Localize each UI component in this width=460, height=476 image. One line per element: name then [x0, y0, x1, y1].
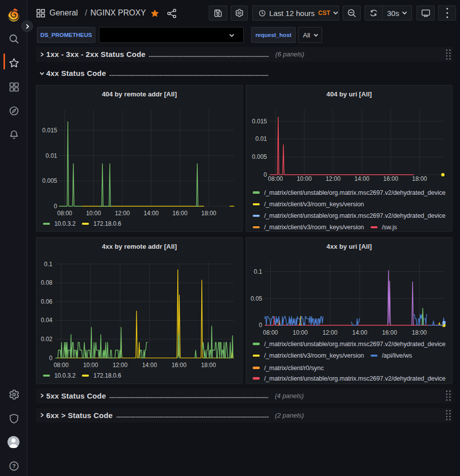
svg-text:0.015: 0.015 — [42, 127, 57, 134]
svg-text:08:00: 08:00 — [57, 210, 72, 217]
svg-text:12:00: 12:00 — [115, 210, 130, 217]
svg-text:16:00: 16:00 — [383, 175, 398, 182]
svg-text:12:00: 12:00 — [323, 329, 338, 336]
svg-text:10:00: 10:00 — [297, 175, 312, 182]
svg-text:?: ? — [12, 463, 16, 469]
svg-text:0: 0 — [259, 322, 262, 329]
svg-text:0.005: 0.005 — [42, 177, 57, 184]
svg-text:0.015: 0.015 — [252, 118, 267, 125]
svg-text:0.02: 0.02 — [41, 336, 53, 343]
svg-text:18:00: 18:00 — [201, 210, 216, 217]
svg-text:0.01: 0.01 — [45, 152, 57, 159]
svg-text:10:00: 10:00 — [86, 210, 101, 217]
svg-text:14:00: 14:00 — [142, 362, 157, 369]
svg-text:14:00: 14:00 — [355, 175, 370, 182]
svg-text:14:00: 14:00 — [144, 210, 159, 217]
svg-text:14:00: 14:00 — [352, 329, 367, 336]
svg-text:0: 0 — [49, 355, 52, 362]
svg-text:0: 0 — [264, 171, 267, 178]
svg-text:08:00: 08:00 — [53, 362, 68, 369]
svg-text:16:00: 16:00 — [171, 362, 186, 369]
svg-text:0.01: 0.01 — [255, 135, 267, 142]
svg-text:0.1: 0.1 — [44, 261, 52, 268]
svg-text:10:00: 10:00 — [293, 329, 308, 336]
svg-text:0.08: 0.08 — [41, 279, 53, 286]
svg-text:18:00: 18:00 — [412, 329, 427, 336]
svg-text:18:00: 18:00 — [412, 175, 427, 182]
svg-text:0.005: 0.005 — [252, 153, 267, 160]
svg-text:12:00: 12:00 — [112, 362, 127, 369]
svg-text:18:00: 18:00 — [201, 362, 216, 369]
svg-text:16:00: 16:00 — [172, 210, 187, 217]
svg-text:08:00: 08:00 — [268, 175, 283, 182]
svg-text:12:00: 12:00 — [326, 175, 341, 182]
svg-text:0.04: 0.04 — [41, 317, 53, 324]
svg-text:0.05: 0.05 — [251, 295, 263, 302]
svg-text:10:00: 10:00 — [83, 362, 98, 369]
svg-text:0.06: 0.06 — [41, 298, 53, 305]
svg-text:08:00: 08:00 — [263, 329, 278, 336]
svg-text:16:00: 16:00 — [382, 329, 397, 336]
svg-text:0.1: 0.1 — [254, 268, 262, 275]
svg-text:0: 0 — [54, 203, 57, 210]
